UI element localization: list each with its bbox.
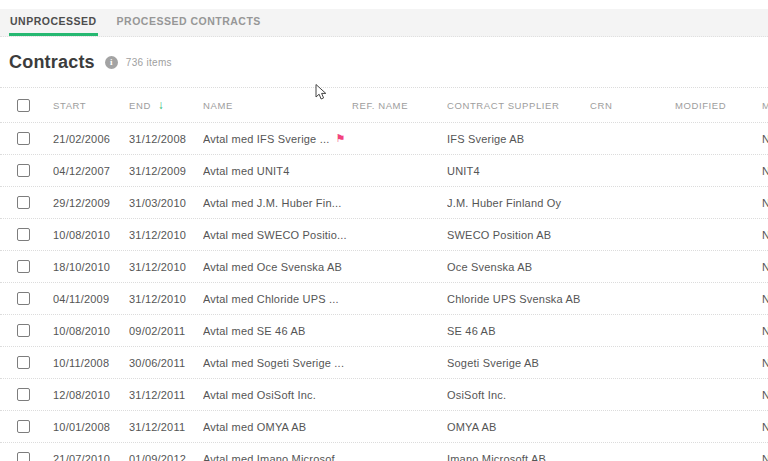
row-supplier: OMYA AB — [447, 421, 590, 433]
row-checkbox-cell — [0, 260, 53, 273]
row-end: 09/02/2011 — [129, 325, 203, 337]
row-checkbox[interactable] — [17, 260, 30, 273]
row-name-text: Avtal med Imano Microsof... — [203, 453, 345, 461]
row-start: 29/12/2009 — [53, 197, 129, 209]
row-name: Avtal med Imano Microsof... ⚑ — [203, 453, 352, 461]
row-checkbox[interactable] — [17, 388, 30, 401]
table-row[interactable]: 29/12/2009 31/03/2010 Avtal med J.M. Hub… — [0, 187, 768, 219]
row-supplier: UNIT4 — [447, 165, 590, 177]
row-name: Avtal med IFS Sverige ... ⚑ — [203, 133, 352, 145]
row-checkbox-cell — [0, 356, 53, 369]
row-checkbox-cell — [0, 292, 53, 305]
row-supplier: Chloride UPS Svenska AB — [447, 293, 590, 305]
table-row[interactable]: 10/08/2010 31/12/2010 Avtal med SWECO Po… — [0, 219, 768, 251]
table-row[interactable]: 21/07/2010 01/09/2012 Avtal med Imano Mi… — [0, 443, 768, 461]
row-checkbox[interactable] — [17, 324, 30, 337]
row-name-text: Avtal med Oce Svenska AB — [203, 261, 342, 273]
row-supplier: Oce Svenska AB — [447, 261, 590, 273]
row-name-text: Avtal med OsiSoft Inc. — [203, 389, 316, 401]
header-checkbox-cell — [0, 99, 53, 112]
row-checkbox[interactable] — [17, 164, 30, 177]
row-supplier: SWECO Position AB — [447, 229, 590, 241]
row-supplier: Imano Microsoft AB — [447, 453, 590, 461]
top-strip — [0, 0, 768, 9]
table-row[interactable]: 21/02/2006 31/12/2008 Avtal med IFS Sver… — [0, 123, 768, 155]
row-supplier: IFS Sverige AB — [447, 133, 590, 145]
select-all-checkbox[interactable] — [17, 99, 30, 112]
column-header-start[interactable]: START — [53, 100, 129, 111]
row-name: Avtal med UNIT4 ⚑ — [203, 165, 352, 177]
title-row: Contracts i 736 items — [0, 37, 768, 87]
row-end: 31/12/2010 — [129, 229, 203, 241]
row-checkbox[interactable] — [17, 356, 30, 369]
row-checkbox[interactable] — [17, 452, 30, 461]
row-end: 31/12/2009 — [129, 165, 203, 177]
row-m-clipped: N — [762, 421, 768, 433]
table-row[interactable]: 10/11/2008 30/06/2011 Avtal med Sogeti S… — [0, 347, 768, 379]
row-end: 31/12/2010 — [129, 261, 203, 273]
row-supplier: J.M. Huber Finland Oy — [447, 197, 590, 209]
column-header-ref-name[interactable]: REF. NAME — [352, 100, 447, 111]
column-header-modified[interactable]: MODIFIED — [675, 100, 762, 111]
row-checkbox-cell — [0, 420, 53, 433]
row-checkbox-cell — [0, 452, 53, 461]
row-end: 30/06/2011 — [129, 357, 203, 369]
row-name-text: Avtal med SWECO Positio... — [203, 229, 347, 241]
row-end: 01/09/2012 — [129, 453, 203, 461]
row-checkbox-cell — [0, 388, 53, 401]
row-checkbox-cell — [0, 132, 53, 145]
row-checkbox[interactable] — [17, 420, 30, 433]
row-end: 31/12/2008 — [129, 133, 203, 145]
row-m-clipped: N — [762, 165, 768, 177]
tab-processed-contracts[interactable]: PROCESSED CONTRACTS — [116, 9, 262, 36]
table-body: 21/02/2006 31/12/2008 Avtal med IFS Sver… — [0, 123, 768, 461]
row-m-clipped: N — [762, 133, 768, 145]
row-checkbox[interactable] — [17, 292, 30, 305]
row-checkbox-cell — [0, 196, 53, 209]
table-row[interactable]: 18/10/2010 31/12/2010 Avtal med Oce Sven… — [0, 251, 768, 283]
row-checkbox-cell — [0, 164, 53, 177]
column-header-crn[interactable]: CRN — [590, 100, 675, 111]
row-start: 18/10/2010 — [53, 261, 129, 273]
row-checkbox[interactable] — [17, 196, 30, 209]
column-header-contract-supplier[interactable]: CONTRACT SUPPLIER — [447, 100, 590, 111]
row-m-clipped: N — [762, 293, 768, 305]
row-m-clipped: N — [762, 229, 768, 241]
table-row[interactable]: 12/08/2010 31/12/2011 Avtal med OsiSoft … — [0, 379, 768, 411]
page-title: Contracts — [9, 52, 95, 73]
row-name-text: Avtal med Chloride UPS ... — [203, 293, 339, 305]
row-m-clipped: N — [762, 453, 768, 461]
row-name-text: Avtal med UNIT4 — [203, 165, 290, 177]
column-header-m-clipped[interactable]: M — [762, 100, 768, 111]
row-m-clipped: N — [762, 357, 768, 369]
column-header-name[interactable]: NAME — [203, 100, 352, 111]
tab-unprocessed[interactable]: UNPROCESSED — [9, 9, 98, 36]
row-name: Avtal med SE 46 AB ⚑ — [203, 325, 352, 337]
row-checkbox[interactable] — [17, 228, 30, 241]
row-start: 10/11/2008 — [53, 357, 129, 369]
row-m-clipped: N — [762, 325, 768, 337]
row-name: Avtal med OMYA AB ⚑ — [203, 421, 352, 433]
table-row[interactable]: 10/08/2010 09/02/2011 Avtal med SE 46 AB… — [0, 315, 768, 347]
item-count: 736 items — [126, 57, 172, 68]
row-name-text: Avtal med OMYA AB — [203, 421, 306, 433]
table-header: START END↓ NAME REF. NAME CONTRACT SUPPL… — [0, 87, 768, 123]
column-header-end[interactable]: END↓ — [129, 98, 203, 112]
row-end: 31/12/2011 — [129, 389, 203, 401]
tab-bar: UNPROCESSED PROCESSED CONTRACTS — [0, 9, 768, 37]
row-start: 21/02/2006 — [53, 133, 129, 145]
row-name-text: Avtal med IFS Sverige ... — [203, 133, 329, 145]
table-row[interactable]: 04/12/2007 31/12/2009 Avtal med UNIT4 ⚑ … — [0, 155, 768, 187]
row-name: Avtal med Chloride UPS ... ⚑ — [203, 293, 352, 305]
table-row[interactable]: 04/11/2009 31/12/2010 Avtal med Chloride… — [0, 283, 768, 315]
row-start: 21/07/2010 — [53, 453, 129, 461]
info-icon[interactable]: i — [105, 56, 118, 69]
row-m-clipped: N — [762, 197, 768, 209]
row-name: Avtal med Oce Svenska AB ⚑ — [203, 261, 352, 273]
row-name: Avtal med SWECO Positio... ⚑ — [203, 229, 352, 241]
row-supplier: OsiSoft Inc. — [447, 389, 590, 401]
row-checkbox[interactable] — [17, 132, 30, 145]
table-row[interactable]: 10/01/2008 31/12/2011 Avtal med OMYA AB … — [0, 411, 768, 443]
row-name-text: Avtal med Sogeti Sverige ... — [203, 357, 344, 369]
row-start: 10/08/2010 — [53, 229, 129, 241]
